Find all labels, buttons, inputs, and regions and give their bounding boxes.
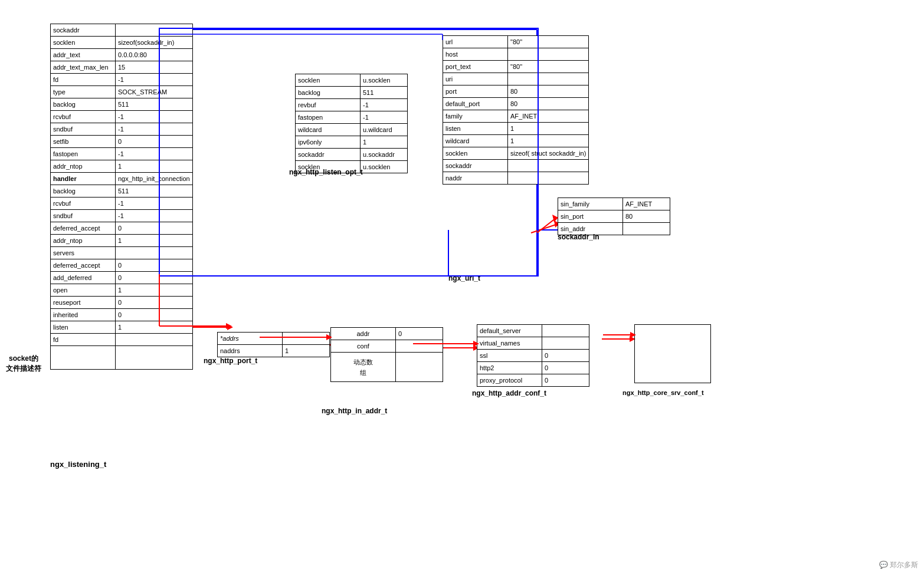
ngx-http-listen-opt-t-label: ngx_http_listen_opt_t: [289, 168, 363, 176]
ngx-listening-t-table: sockaddr socklensizeof(sockaddr_in) addr…: [50, 24, 193, 370]
ngx-http-port-t-table: *addrs naddrs1: [217, 332, 330, 357]
diagram-container: sockaddr socklensizeof(sockaddr_in) addr…: [0, 0, 924, 576]
ngx-url-t-label: ngx_url_t: [448, 274, 480, 282]
ngx-http-addr-conf-t-label: ngx_http_addr_conf_t: [472, 389, 546, 397]
ngx-url-t-table: url"80" host port_text"80" uri port80 de…: [443, 35, 589, 185]
svg-line-14: [531, 224, 558, 233]
ngx-http-in-addr-t-label: ngx_http_in_addr_t: [322, 407, 387, 415]
ngx-http-core-srv-conf-t-label: ngx_http_core_srv_conf_t: [622, 389, 704, 396]
sockaddr-in-table: sin_familyAF_INET sin_port80 sin_addr: [558, 198, 670, 235]
ngx-http-addr-conf-t-table: default_server virtual_names ssl0 http20…: [477, 324, 589, 387]
ngx-http-in-addr-t-table: addr0 conf 动态数组: [330, 327, 443, 382]
ngx-listening-t-label: ngx_listening_t: [50, 460, 106, 469]
field-sockaddr: sockaddr: [51, 24, 116, 37]
watermark: 💬 郑尔多斯: [879, 560, 918, 570]
svg-line-27: [537, 218, 556, 233]
svg-marker-20: [226, 323, 232, 329]
svg-marker-7: [227, 324, 233, 330]
ngx-http-core-srv-conf-t-box: [634, 324, 711, 383]
ngx-http-listen-opt-t-table: socklenu.socklen backlog511 revbuf-1 fas…: [295, 74, 408, 173]
sockaddr-in-label: sockaddr_in: [558, 233, 599, 241]
ngx-http-port-t-label: ngx_http_port_t: [204, 357, 257, 365]
socket-desc-label: socket的文件描述符: [3, 354, 44, 374]
